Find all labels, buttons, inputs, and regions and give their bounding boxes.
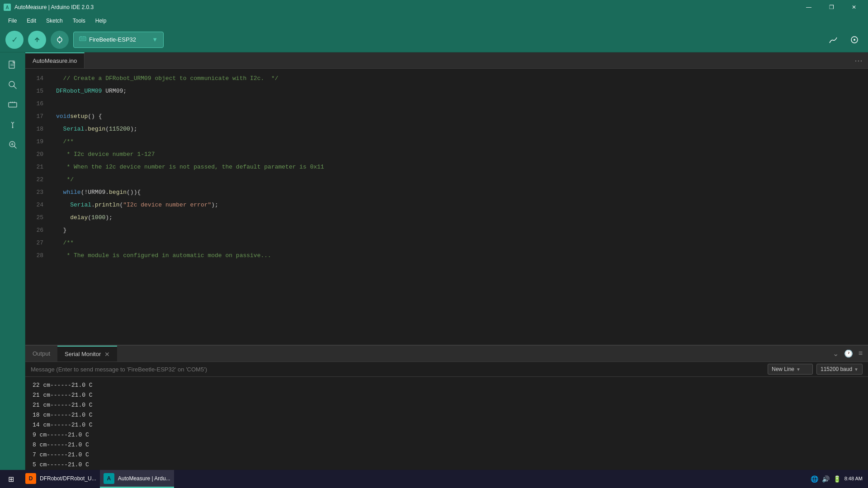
line-num-22: 22 [25, 174, 47, 186]
line-num-28: 28 [25, 249, 47, 262]
tray-volume-icon[interactable]: 🔊 [822, 475, 830, 483]
sidebar-library-icon[interactable] [4, 136, 22, 154]
toolbar: ✓ FireBeetle-ESP32 ▼ [0, 27, 868, 52]
board-icon [79, 35, 86, 44]
serial-line-6: 9 cm------21.0 C [33, 430, 861, 440]
code-line-26: } [52, 224, 868, 237]
line-num-14: 14 [25, 72, 47, 85]
code-line-17: void setup() { [52, 110, 868, 123]
panel-minimize-button[interactable]: ⌄ [831, 347, 840, 360]
toolbar-right [826, 32, 863, 48]
taskbar-item-dfrobot[interactable]: D DFRobot/DFRobot_U... [22, 470, 100, 488]
menu-help[interactable]: Help [91, 16, 111, 26]
svg-rect-5 [80, 38, 85, 40]
svg-line-16 [14, 86, 16, 89]
code-line-28: * The module is configured in automatic … [52, 249, 868, 262]
svg-point-1 [57, 38, 62, 42]
baud-rate-dropdown[interactable]: 115200 baud ▼ [816, 364, 863, 375]
line-num-20: 20 [25, 148, 47, 161]
taskbar-arduino-label: AutoMeasure | Ardu... [118, 475, 170, 482]
code-line-14: // Create a DFRobot_URM09 object to comm… [52, 72, 868, 85]
debugger-button[interactable] [51, 31, 69, 49]
code-line-20: * I2c device number 1-127 [52, 148, 868, 161]
baud-rate-arrow: ▼ [854, 367, 859, 372]
menu-sketch[interactable]: Sketch [42, 16, 67, 26]
code-line-24: Serial.println("I2c device number error"… [52, 199, 868, 211]
serial-message-input[interactable] [31, 364, 764, 375]
code-line-16 [52, 98, 868, 110]
code-line-25: delay(1000); [52, 211, 868, 224]
dfrobot-app-icon: D [25, 473, 36, 484]
code-line-18: Serial.begin(115200); [52, 123, 868, 136]
tab-bar: AutoMeasure.ino ⋯ [25, 52, 868, 69]
close-serial-monitor[interactable]: ✕ [104, 351, 110, 358]
serial-line-7: 8 cm------21.0 C [33, 440, 861, 450]
panel-clock-button[interactable]: 🕐 [842, 347, 855, 360]
menu-edit[interactable]: Edit [22, 16, 41, 26]
bottom-tab-controls: ⌄ 🕐 ≡ [831, 347, 868, 360]
svg-rect-12 [9, 61, 14, 68]
sidebar-debug-icon[interactable] [4, 116, 22, 134]
menu-bar: File Edit Sketch Tools Help [0, 14, 868, 27]
tab-more-button[interactable]: ⋯ [849, 56, 868, 66]
board-name: FireBeetle-ESP32 [89, 36, 136, 43]
left-sidebar [0, 52, 25, 474]
serial-line-8: 7 cm------21.0 C [33, 450, 861, 460]
menu-file[interactable]: File [4, 16, 21, 26]
serial-line-9: 5 cm------21.0 C [33, 460, 861, 470]
baud-rate-label: 115200 baud [821, 366, 852, 372]
svg-point-21 [12, 127, 13, 128]
line-num-21: 21 [25, 161, 47, 174]
code-line-15: DFRobot_URM09 URM09; [52, 85, 868, 98]
line-num-27: 27 [25, 237, 47, 249]
app-icon: A [4, 4, 11, 11]
sidebar-search-icon[interactable] [4, 76, 22, 94]
tab-filename: AutoMeasure.ino [33, 57, 77, 64]
minimize-button[interactable]: — [798, 0, 819, 14]
line-num-17: 17 [25, 110, 47, 123]
line-num-16: 16 [25, 98, 47, 110]
editor-tab-main[interactable]: AutoMeasure.ino [25, 52, 85, 68]
serial-monitor-tab[interactable]: Serial Monitor ✕ [57, 346, 117, 361]
upload-button[interactable] [28, 31, 46, 49]
serial-line-1: 22 cm------21.0 C [33, 380, 861, 390]
close-button[interactable]: ✕ [844, 0, 864, 14]
output-tab[interactable]: Output [25, 346, 57, 361]
taskbar-start-button[interactable]: ⊞ [0, 470, 22, 488]
taskbar-tray: 🌐 🔊 🔋 8:48 AM [805, 475, 868, 483]
serial-controls: New Line ▼ 115200 baud ▼ [768, 364, 863, 375]
line-num-18: 18 [25, 123, 47, 136]
line-num-19: 19 [25, 136, 47, 148]
svg-line-23 [14, 146, 16, 148]
code-editor[interactable]: 14 15 16 17 18 19 20 21 22 23 24 25 26 2… [25, 69, 868, 345]
tray-battery-icon[interactable]: 🔋 [833, 475, 841, 483]
board-selector[interactable]: FireBeetle-ESP32 ▼ [73, 32, 164, 48]
serial-output[interactable]: 22 cm------21.0 C 21 cm------21.0 C 21 c… [25, 377, 868, 474]
serial-monitor-button[interactable] [846, 32, 863, 48]
new-line-dropdown[interactable]: New Line ▼ [768, 364, 813, 375]
serial-line-3: 21 cm------21.0 C [33, 400, 861, 410]
svg-rect-17 [9, 103, 17, 107]
restore-button[interactable]: ❐ [821, 0, 842, 14]
svg-point-11 [854, 39, 855, 41]
code-content[interactable]: // Create a DFRobot_URM09 object to comm… [52, 69, 868, 345]
taskbar-item-arduino[interactable]: A AutoMeasure | Ardu... [100, 470, 174, 488]
line-numbers: 14 15 16 17 18 19 20 21 22 23 24 25 26 2… [25, 69, 52, 345]
code-line-27: /** [52, 237, 868, 249]
serial-plotter-button[interactable] [826, 32, 842, 48]
panel-layout-button[interactable]: ≡ [857, 347, 864, 360]
line-num-15: 15 [25, 85, 47, 98]
main-layout: AutoMeasure.ino ⋯ 14 15 16 17 18 19 20 2… [0, 52, 868, 474]
line-num-24: 24 [25, 199, 47, 211]
tray-network-icon[interactable]: 🌐 [811, 475, 818, 483]
bottom-panel: Output Serial Monitor ✕ ⌄ 🕐 ≡ New Line [25, 345, 868, 474]
verify-button[interactable]: ✓ [5, 31, 24, 49]
system-time: 8:48 AM [844, 475, 863, 482]
code-line-19: /** [52, 136, 868, 148]
window-title: AutoMeasure | Arduino IDE 2.0.3 [14, 4, 94, 10]
editor-area: AutoMeasure.ino ⋯ 14 15 16 17 18 19 20 2… [25, 52, 868, 474]
menu-tools[interactable]: Tools [68, 16, 90, 26]
sidebar-boards-icon[interactable] [4, 96, 22, 114]
taskbar-dfrobot-label: DFRobot/DFRobot_U... [40, 475, 96, 482]
sidebar-files-icon[interactable] [4, 56, 22, 74]
